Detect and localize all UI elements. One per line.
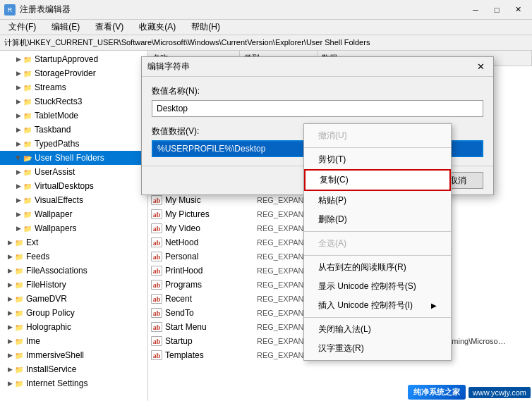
tree-arrow: ▶ (14, 83, 23, 92)
tree-item-gamedvr[interactable]: ▶ 📁 GameDVR (0, 292, 147, 306)
tree-arrow: ▶ (14, 210, 23, 218)
ctx-item-copy[interactable]: 复制(C) (304, 169, 451, 191)
tree-item-userassist[interactable]: ▶ 📁 UserAssist (0, 165, 147, 179)
dialog-name-input[interactable] (152, 100, 483, 117)
ctx-item-undo[interactable]: 撤消(U) (304, 126, 451, 145)
tree-arrow: ▶ (14, 111, 23, 120)
tree-item-typedpaths[interactable]: ▶ 📁 TypedPaths (0, 137, 147, 151)
maximize-button[interactable]: □ (487, 2, 507, 18)
dialog-close-button[interactable]: ✕ (473, 60, 488, 74)
ctx-item-rtl[interactable]: 从右到左的阅读顺序(R) (304, 258, 451, 277)
tree-arrow: ▶ (6, 351, 14, 359)
tree-arrow: ▶ (6, 337, 14, 345)
tree-item-fileassociations[interactable]: ▶ 📁 FileAssociations (0, 264, 147, 278)
tree-item-virtualdesktops[interactable]: ▶ 📁 VirtualDesktops (0, 179, 147, 193)
registry-value-icon: ab (151, 252, 162, 261)
ctx-item-insert-unicode-label: 插入 Unicode 控制符号(I) (318, 300, 413, 311)
ctx-item-unicode-control-label: 显示 Unicode 控制符号(S) (318, 280, 416, 292)
registry-value-name: My Pictures (165, 209, 257, 219)
close-button[interactable]: ✕ (508, 2, 528, 18)
tree-item-installservice[interactable]: ▶ 📁 InstallService (0, 362, 147, 376)
tree-item-wallpaper[interactable]: ▶ 📁 Wallpaper (0, 207, 147, 221)
ctx-item-insert-unicode[interactable]: 插入 Unicode 控制符号(I) ▶ (304, 296, 451, 315)
folder-icon: 📁 (23, 167, 32, 177)
ctx-item-unicode-control[interactable]: 显示 Unicode 控制符号(S) (304, 277, 451, 296)
ctx-item-reconvert[interactable]: 汉字重选(R) (304, 339, 451, 358)
ctx-item-delete[interactable]: 删除(D) (304, 210, 451, 229)
ctx-item-selectall[interactable]: 全选(A) (304, 234, 451, 253)
tree-arrow: ▶ (14, 168, 23, 176)
tree-item-holographic[interactable]: ▶ 📁 Holographic (0, 320, 147, 334)
ctx-item-rtl-label: 从右到左的阅读顺序(R) (318, 261, 406, 273)
folder-icon: 📁 (23, 97, 32, 106)
menu-file[interactable]: 文件(F) (4, 20, 40, 35)
ctx-item-cut[interactable]: 剪切(T) (304, 150, 451, 169)
registry-value-icon: ab (151, 350, 162, 360)
folder-icon: 📁 (23, 209, 32, 219)
menu-favorites[interactable]: 收藏夹(A) (135, 20, 180, 35)
tree-arrow: ▶ (6, 280, 14, 289)
tree-item-immersiveshell[interactable]: ▶ 📁 ImmersiveShell (0, 348, 147, 362)
menu-bar: 文件(F) 编辑(E) 查看(V) 收藏夹(A) 帮助(H) (0, 20, 532, 35)
tree-arrow: ▶ (14, 55, 23, 63)
registry-value-name: NetHood (165, 237, 257, 247)
registry-value-name: My Music (165, 195, 257, 205)
tree-item-feeds[interactable]: ▶ 📁 Feeds (0, 249, 147, 264)
tree-arrow: ▶ (14, 196, 23, 204)
tree-item-grouppolicy[interactable]: ▶ 📁 Group Policy (0, 306, 147, 320)
tree-arrow: ▶ (6, 379, 14, 388)
folder-icon: 📁 (23, 68, 32, 78)
watermark-url: www.ycwjy.com (468, 387, 531, 398)
registry-value-name: Startup (165, 336, 257, 346)
tree-item-startupapproved[interactable]: ▶ 📁 StartupApproved (0, 52, 147, 66)
tree-item-streams[interactable]: ▶ 📁 Streams (0, 80, 147, 94)
ctx-item-close-ime[interactable]: 关闭输入法(L) (304, 320, 451, 339)
registry-value-icon: ab (151, 237, 162, 247)
menu-help[interactable]: 帮助(H) (187, 20, 224, 35)
tree-arrow: ▶ (6, 295, 14, 303)
title-bar: R 注册表编辑器 ─ □ ✕ (0, 0, 532, 20)
folder-icon: 📁 (23, 195, 32, 205)
folder-open-icon: 📂 (23, 153, 32, 163)
tree-item-tabletmode[interactable]: ▶ 📁 TabletMode (0, 109, 147, 123)
tree-arrow: ▶ (14, 182, 23, 190)
tree-arrow: ▶ (14, 224, 23, 233)
registry-value-name: Recent (165, 294, 257, 304)
tree-arrow: ▶ (6, 266, 14, 275)
tree-item-usershellfolders[interactable]: ▶ 📂 User Shell Folders (0, 151, 147, 165)
address-text: 计算机\HKEY_CURRENT_USER\Software\Microsoft… (4, 37, 370, 48)
tree-item-wallpapers[interactable]: ▶ 📁 Wallpapers (0, 221, 147, 235)
tree-item-storageprovider[interactable]: ▶ 📁 StorageProvider (0, 66, 147, 80)
folder-icon: 📁 (14, 336, 24, 346)
tree-arrow: ▶ (6, 252, 14, 261)
ctx-item-close-ime-label: 关闭输入法(L) (318, 323, 371, 335)
window-controls: ─ □ ✕ (466, 2, 528, 18)
registry-value-name: Start Menu (165, 322, 257, 332)
tree-item-stuckrects3[interactable]: ▶ 📁 StuckRects3 (0, 94, 147, 109)
watermark: 纯净系统之家 www.ycwjy.com (408, 385, 531, 400)
watermark-badge-text: 纯净系统之家 (413, 388, 460, 396)
menu-view[interactable]: 查看(V) (91, 20, 128, 35)
tree-item-visualeffects[interactable]: ▶ 📁 VisualEffects (0, 193, 147, 207)
context-menu: 撤消(U) 剪切(T) 复制(C) 粘贴(P) 删除(D) 全选(A) 从右到左… (303, 123, 452, 361)
tree-item-ime[interactable]: ▶ 📁 Ime (0, 334, 147, 348)
registry-value-icon: ab (151, 280, 162, 290)
tree-arrow: ▶ (14, 125, 23, 134)
registry-value-icon: ab (151, 336, 162, 346)
registry-value-name: Templates (165, 350, 257, 360)
tree-item-filehistory[interactable]: ▶ 📁 FileHistory (0, 278, 147, 292)
tree-item-internetsettings[interactable]: ▶ 📁 Internet Settings (0, 376, 147, 390)
registry-value-name: PrintHood (165, 266, 257, 276)
tree-arrow: ▶ (6, 365, 14, 374)
folder-icon: 📁 (14, 237, 24, 247)
minimize-button[interactable]: ─ (466, 2, 485, 18)
registry-value-icon: ab (151, 294, 162, 304)
title-bar-left: R 注册表编辑器 (4, 4, 71, 16)
menu-edit[interactable]: 编辑(E) (47, 20, 84, 35)
tree-item-taskband[interactable]: ▶ 📁 Taskband (0, 123, 147, 137)
registry-value-name: SendTo (165, 308, 257, 318)
ctx-item-reconvert-label: 汉字重选(R) (318, 343, 364, 354)
ctx-item-paste[interactable]: 粘贴(P) (304, 191, 451, 210)
ctx-item-cut-label: 剪切(T) (318, 154, 346, 166)
tree-item-ext[interactable]: ▶ 📁 Ext (0, 235, 147, 249)
